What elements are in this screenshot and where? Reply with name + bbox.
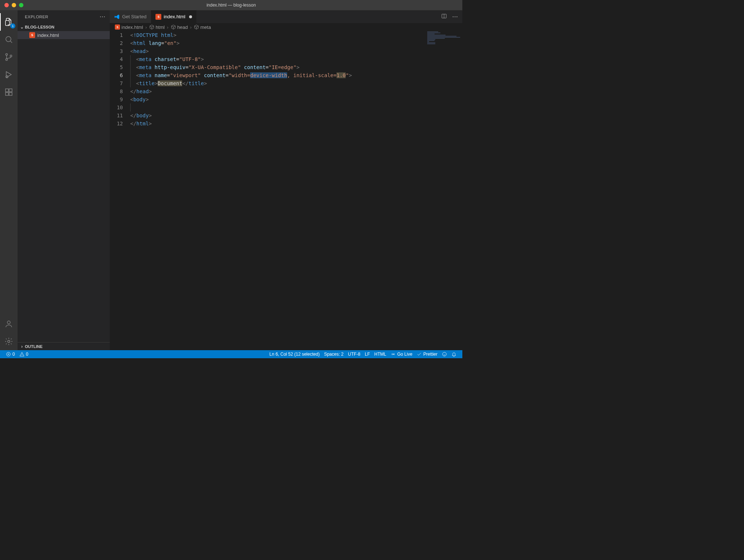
status-notifications[interactable] bbox=[449, 350, 459, 358]
activity-settings[interactable] bbox=[0, 333, 18, 350]
activity-source-control[interactable] bbox=[0, 48, 18, 66]
search-icon bbox=[4, 35, 13, 44]
explorer-sidebar: EXPLORER ⋯ ⌄ BLOG-LESSON 5 index.html › … bbox=[18, 10, 110, 350]
explorer-more-button[interactable]: ⋯ bbox=[99, 13, 106, 20]
folder-name: BLOG-LESSON bbox=[25, 25, 55, 29]
close-button[interactable] bbox=[4, 3, 9, 7]
svg-point-10 bbox=[8, 340, 10, 343]
code-editor[interactable]: 123456789101112 <!DOCTYPE html><html lan… bbox=[110, 31, 462, 350]
window-controls bbox=[0, 3, 23, 7]
chevron-right-icon: › bbox=[144, 24, 147, 30]
status-indent[interactable]: Spaces: 2 bbox=[322, 350, 346, 358]
minimap[interactable] bbox=[426, 31, 462, 68]
activity-search[interactable] bbox=[0, 31, 18, 48]
svg-rect-8 bbox=[9, 89, 12, 92]
warning-icon bbox=[19, 352, 25, 357]
tab-bar: Get Started 5 index.html ⋯ bbox=[110, 10, 462, 23]
chevron-down-icon: ⌄ bbox=[19, 24, 25, 30]
play-bug-icon bbox=[4, 70, 13, 79]
explorer-title: EXPLORER bbox=[25, 15, 48, 19]
status-language[interactable]: HTML bbox=[372, 350, 388, 358]
status-encoding[interactable]: UTF-8 bbox=[346, 350, 362, 358]
svg-point-9 bbox=[7, 321, 10, 324]
svg-point-1 bbox=[6, 54, 8, 56]
editor-area: Get Started 5 index.html ⋯ 5 index.html … bbox=[110, 10, 462, 350]
error-count: 0 bbox=[12, 352, 15, 357]
check-icon bbox=[417, 352, 422, 357]
status-eol[interactable]: LF bbox=[362, 350, 372, 358]
tab-label: index.html bbox=[164, 14, 185, 19]
activity-explorer[interactable]: 1 bbox=[0, 13, 18, 31]
status-cursor[interactable]: Ln 6, Col 52 (12 selected) bbox=[267, 350, 322, 358]
dirty-indicator-icon bbox=[189, 15, 192, 18]
outline-title: OUTLINE bbox=[25, 344, 42, 349]
explorer-header: EXPLORER ⋯ bbox=[18, 10, 110, 23]
symbol-icon bbox=[194, 24, 199, 30]
status-feedback[interactable] bbox=[440, 350, 449, 358]
file-name: index.html bbox=[37, 33, 59, 38]
file-tree: 5 index.html bbox=[18, 31, 110, 342]
activity-extensions[interactable] bbox=[0, 83, 18, 101]
window-title: index.html — blog-lesson bbox=[207, 3, 256, 8]
split-icon bbox=[441, 13, 447, 19]
html5-icon: 5 bbox=[115, 24, 120, 30]
breadcrumb[interactable]: 5 index.html › html › head › meta bbox=[110, 23, 462, 31]
chevron-right-icon: › bbox=[189, 24, 192, 30]
line-number-gutter: 123456789101112 bbox=[110, 31, 130, 350]
svg-rect-7 bbox=[9, 92, 12, 95]
svg-rect-6 bbox=[5, 92, 8, 95]
html5-icon: 5 bbox=[155, 14, 161, 20]
svg-point-14 bbox=[443, 352, 447, 356]
activity-bar: 1 bbox=[0, 10, 18, 350]
status-golive[interactable]: Go Live bbox=[388, 350, 414, 358]
tab-index-html[interactable]: 5 index.html bbox=[151, 10, 196, 23]
svg-rect-5 bbox=[5, 89, 8, 92]
chevron-right-icon: › bbox=[166, 24, 169, 30]
symbol-icon bbox=[171, 24, 176, 30]
branch-icon bbox=[4, 53, 13, 61]
svg-point-0 bbox=[6, 37, 11, 42]
outline-header[interactable]: › OUTLINE bbox=[18, 342, 110, 350]
activity-accounts[interactable] bbox=[0, 315, 18, 333]
bell-icon bbox=[451, 352, 456, 357]
split-editor-button[interactable] bbox=[441, 13, 447, 20]
activity-run-debug[interactable] bbox=[0, 66, 18, 83]
account-icon bbox=[4, 319, 13, 328]
extensions-icon bbox=[4, 88, 13, 97]
explorer-badge: 1 bbox=[10, 23, 15, 29]
html5-icon: 5 bbox=[29, 32, 35, 38]
chevron-right-icon: › bbox=[19, 344, 25, 349]
folder-header[interactable]: ⌄ BLOG-LESSON bbox=[18, 23, 110, 31]
error-icon bbox=[6, 352, 11, 357]
feedback-icon bbox=[442, 352, 447, 357]
titlebar: index.html — blog-lesson bbox=[0, 0, 462, 10]
status-bar: 0 0 Ln 6, Col 52 (12 selected) Spaces: 2… bbox=[0, 350, 462, 358]
gear-icon bbox=[4, 337, 13, 346]
broadcast-icon bbox=[391, 352, 396, 357]
breadcrumb-item[interactable]: html bbox=[156, 24, 165, 30]
tab-get-started[interactable]: Get Started bbox=[110, 10, 151, 23]
editor-more-button[interactable]: ⋯ bbox=[452, 13, 458, 20]
tab-label: Get Started bbox=[122, 14, 146, 19]
breadcrumb-item[interactable]: head bbox=[177, 24, 188, 30]
svg-point-2 bbox=[6, 59, 8, 61]
svg-point-3 bbox=[10, 55, 12, 57]
breadcrumb-file[interactable]: index.html bbox=[121, 24, 143, 30]
minimize-button[interactable] bbox=[12, 3, 16, 7]
code-content[interactable]: <!DOCTYPE html><html lang="en"><head><me… bbox=[130, 31, 462, 350]
maximize-button[interactable] bbox=[19, 3, 23, 7]
status-warnings[interactable]: 0 bbox=[17, 350, 31, 358]
warning-count: 0 bbox=[26, 352, 29, 357]
symbol-icon bbox=[149, 24, 154, 30]
file-item-index-html[interactable]: 5 index.html bbox=[18, 31, 110, 39]
breadcrumb-item[interactable]: meta bbox=[200, 24, 211, 30]
vscode-icon bbox=[114, 14, 120, 20]
status-prettier[interactable]: Prettier bbox=[414, 350, 440, 358]
svg-point-13 bbox=[393, 354, 394, 355]
status-errors[interactable]: 0 bbox=[4, 350, 17, 358]
